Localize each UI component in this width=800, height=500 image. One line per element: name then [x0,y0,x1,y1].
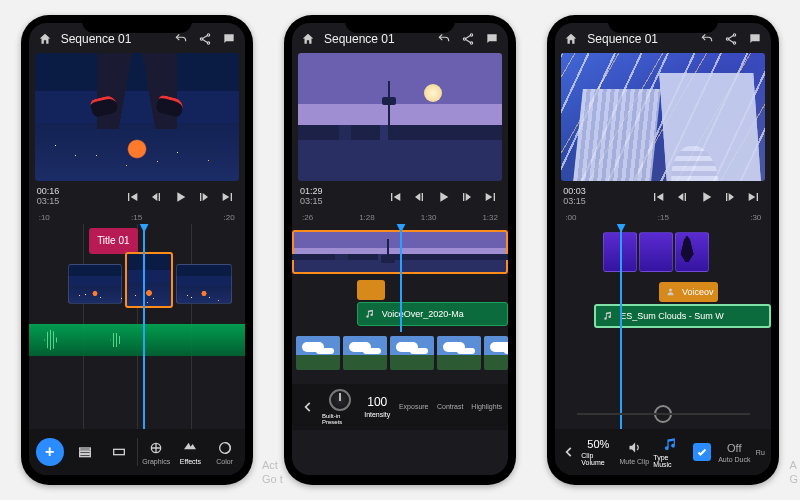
playhead[interactable] [620,224,622,429]
transport-bar: 01:29 03:15 [292,185,508,211]
autoduck-control[interactable]: OffAuto Duck [717,442,751,463]
intensity-label: Intensity [364,411,390,418]
param-contrast[interactable]: Contrast [433,403,468,410]
overflow-control[interactable]: Ru [753,449,767,456]
comment-icon[interactable] [221,31,237,47]
param-exposure[interactable]: Exposure [396,403,431,410]
preset-thumb[interactable]: Cinematic [296,336,340,370]
ruler-tick: :15 [131,213,142,222]
undo-icon[interactable] [699,31,715,47]
home-icon[interactable] [37,31,53,47]
ruler-tick: 1:32 [482,213,498,222]
control-label: Ru [756,449,765,456]
scrub-track[interactable] [577,413,750,415]
comment-icon[interactable] [747,31,763,47]
skip-start-icon[interactable] [386,188,404,206]
type-control[interactable]: Type Music [653,436,687,468]
tab-color[interactable]: Color [208,440,240,465]
voiceover-clip[interactable]: VoiceOver_2020-Ma [357,302,508,326]
knob-label: Built-in Presets [322,413,358,425]
timecode: 00:03 03:15 [563,187,586,207]
tab-graphics[interactable]: Graphics [140,440,172,465]
time-ruler[interactable]: :26 1:28 1:30 1:32 [292,213,508,222]
preset-thumb[interactable]: Film [343,336,387,370]
timecode-total: 03:15 [37,197,60,207]
svg-rect-4 [79,451,90,453]
home-icon[interactable] [300,31,316,47]
audio-waveform[interactable] [29,324,245,356]
ruler-tick: 1:28 [359,213,375,222]
ruler-tick: :30 [750,213,761,222]
step-fwd-icon[interactable] [458,188,476,206]
tab-effects[interactable]: Effects [174,440,206,465]
autoduck-value: Off [727,442,741,454]
svg-point-10 [463,38,465,40]
clip-volume-control[interactable]: 50%Clip Volume [581,438,615,466]
step-fwd-icon[interactable] [195,188,213,206]
home-icon[interactable] [563,31,579,47]
share-icon[interactable] [460,31,476,47]
time-ruler[interactable]: :00 :15 :30 [555,213,771,222]
skip-end-icon[interactable] [482,188,500,206]
title-clip[interactable]: Title 01 [89,228,137,254]
skip-end-icon[interactable] [219,188,237,206]
clip-label: VoiceOver_2020-Ma [382,309,464,319]
playhead[interactable] [143,224,145,429]
preset-strip[interactable]: Cinematic Film SL Kodak Exposure [292,334,508,384]
video-preview[interactable] [561,53,765,181]
video-clip[interactable] [675,232,709,272]
toggle-check[interactable] [689,443,715,461]
bottom-bar: 50%Clip Volume Mute Clip Type Music OffA… [555,429,771,475]
skip-start-icon[interactable] [649,188,667,206]
svg-point-1 [200,38,202,40]
sequence-title[interactable]: Sequence 01 [587,32,691,46]
timeline[interactable]: Voiceov ES_Sum Clouds - Sum W [555,224,771,429]
step-back-icon[interactable] [410,188,428,206]
play-icon[interactable] [697,188,715,206]
preset-thumb[interactable]: Exposure [437,336,481,370]
transport-bar: 00:16 03:15 [29,185,245,211]
playhead[interactable] [400,224,402,332]
timeline[interactable]: VoiceOver_2020-Ma [292,224,508,332]
chevron-left-icon [561,444,577,460]
back-button[interactable] [559,444,579,460]
undo-icon[interactable] [173,31,189,47]
step-back-icon[interactable] [673,188,691,206]
sequence-title[interactable]: Sequence 01 [61,32,165,46]
share-icon[interactable] [197,31,213,47]
control-label: Auto Duck [718,456,750,463]
intensity-control[interactable]: 100Intensity [360,395,395,418]
param-label: Contrast [437,403,463,410]
tool-clip[interactable] [103,444,135,460]
sequence-title[interactable]: Sequence 01 [324,32,428,46]
play-icon[interactable] [434,188,452,206]
play-icon[interactable] [171,188,189,206]
volume-icon [626,440,642,456]
video-clip[interactable] [176,264,232,304]
video-preview[interactable] [298,53,502,181]
back-button[interactable] [296,399,320,415]
clip-icon [111,444,127,460]
time-ruler[interactable]: :10 :15 :20 [29,213,245,222]
skip-end-icon[interactable] [745,188,763,206]
voiceover-clip[interactable]: Voiceov [659,282,718,302]
skip-start-icon[interactable] [123,188,141,206]
timeline[interactable]: Title 01 [29,224,245,429]
comment-icon[interactable] [484,31,500,47]
voiceover-clip-handle[interactable] [357,280,385,300]
step-back-icon[interactable] [147,188,165,206]
app-screen: Sequence 01 01:29 03:15 :26 1:28 1: [292,23,508,475]
video-preview[interactable] [35,53,239,181]
presets-knob[interactable]: Built-in Presets [322,389,358,425]
step-fwd-icon[interactable] [721,188,739,206]
param-highlights[interactable]: Highlights [469,403,504,410]
tool-layers[interactable] [69,444,101,460]
preset-thumb[interactable]: SL Kodak [390,336,434,370]
mute-control[interactable]: Mute Clip [617,440,651,465]
video-clip[interactable] [639,232,673,272]
share-icon[interactable] [723,31,739,47]
undo-icon[interactable] [436,31,452,47]
ruler-tick: 1:30 [421,213,437,222]
preset-thumb[interactable] [484,336,508,370]
add-button[interactable]: + [33,438,67,466]
